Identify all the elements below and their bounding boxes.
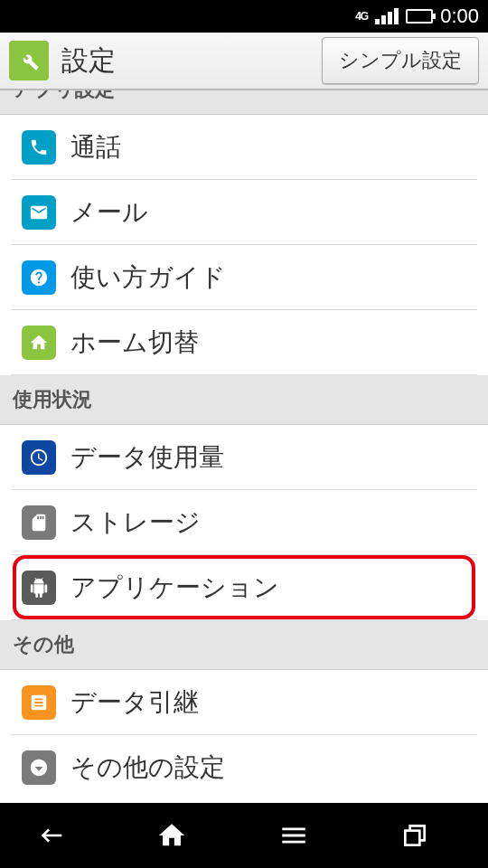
row-label: ストレージ xyxy=(70,505,201,540)
menu-button[interactable] xyxy=(278,820,333,851)
app-header: 設定 シンプル設定 xyxy=(0,33,488,90)
row-call[interactable]: 通話 xyxy=(11,115,477,180)
row-label: 使い方ガイド xyxy=(70,260,226,295)
settings-list[interactable]: アプリ設定 通話 メール 使い方ガイド ホーム切替 使用状況 xyxy=(0,90,488,803)
signal-icon xyxy=(375,8,399,24)
row-label: メール xyxy=(70,195,148,230)
wrench-icon xyxy=(9,41,49,80)
row-mail[interactable]: メール xyxy=(11,180,477,245)
meter-icon xyxy=(22,440,56,475)
simple-settings-button[interactable]: シンプル設定 xyxy=(322,37,479,84)
android-icon xyxy=(22,571,56,605)
row-home-switch[interactable]: ホーム切替 xyxy=(11,310,477,375)
row-guide[interactable]: 使い方ガイド xyxy=(11,245,477,310)
navigation-bar xyxy=(0,803,488,868)
svg-rect-0 xyxy=(405,831,419,845)
row-other-settings[interactable]: その他の設定 xyxy=(11,735,477,800)
row-label: データ引継 xyxy=(70,685,199,720)
home-icon xyxy=(22,326,56,360)
row-data-transfer[interactable]: データ引継 xyxy=(11,670,477,735)
home-button[interactable] xyxy=(156,820,211,851)
row-storage[interactable]: ストレージ xyxy=(11,490,477,555)
phone-icon xyxy=(22,130,56,165)
row-label: データ使用量 xyxy=(70,440,224,475)
more-icon xyxy=(22,750,56,785)
recent-apps-button[interactable] xyxy=(400,821,455,850)
back-button[interactable] xyxy=(34,822,89,849)
network-indicator: 4G xyxy=(355,10,368,23)
section-header-other: その他 xyxy=(0,620,488,670)
row-label: ホーム切替 xyxy=(70,326,199,360)
row-application[interactable]: アプリケーション xyxy=(11,555,477,620)
row-data-usage[interactable]: データ使用量 xyxy=(11,425,477,490)
mail-icon xyxy=(22,195,56,230)
row-label: アプリケーション xyxy=(70,571,279,605)
row-label: 通話 xyxy=(70,130,121,165)
section-header-app-settings: アプリ設定 xyxy=(0,90,488,115)
battery-icon xyxy=(406,9,433,24)
row-label: その他の設定 xyxy=(70,750,225,785)
clock: 0:00 xyxy=(440,5,479,28)
section-header-usage: 使用状況 xyxy=(0,375,488,425)
transfer-icon xyxy=(22,685,56,720)
page-title: 設定 xyxy=(61,42,309,80)
status-bar: 4G 0:00 xyxy=(0,0,488,33)
sd-card-icon xyxy=(22,505,56,540)
help-icon xyxy=(22,260,56,295)
